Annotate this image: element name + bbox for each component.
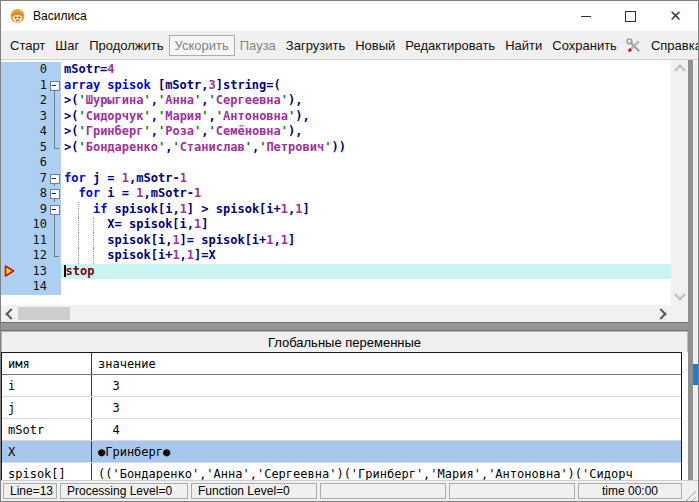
- panel-splitter[interactable]: [1, 322, 688, 331]
- editor-line[interactable]: 7for j = 1,mSotr-1: [1, 171, 671, 187]
- menu-item[interactable]: Новый: [350, 35, 400, 56]
- code-line[interactable]: stop: [61, 264, 671, 280]
- editor-lines: 0mSotr=41array spisok [mSotr,3]string=(2…: [1, 60, 671, 305]
- indent-guide: [78, 217, 79, 233]
- editor-line[interactable]: 2>('Шурыгина','Анна','Сергеевна'),: [1, 93, 671, 109]
- menu-item[interactable]: Старт: [5, 35, 50, 56]
- arrow-slot: [1, 62, 22, 78]
- indent-guide: [93, 233, 94, 249]
- scroll-up-button[interactable]: [671, 60, 688, 77]
- close-button[interactable]: ✕: [653, 1, 698, 31]
- menu-item[interactable]: Шаг: [50, 35, 84, 56]
- table-row[interactable]: X●Гринберг●: [2, 441, 681, 463]
- code-line[interactable]: X= spisok[i,1]: [61, 217, 671, 233]
- editor-line[interactable]: 0mSotr=4: [1, 62, 671, 78]
- line-number: 3: [22, 109, 47, 125]
- code-line[interactable]: spisok[i+1,1]=X: [61, 248, 671, 264]
- fold-toggle[interactable]: [48, 171, 62, 187]
- menu-item[interactable]: Сохранить: [547, 35, 622, 56]
- horizontal-scrollbar[interactable]: [1, 305, 671, 322]
- status-cell: Function Level=0: [191, 483, 317, 499]
- gutter: 3: [1, 109, 61, 125]
- code-line[interactable]: [61, 279, 671, 295]
- editor-line[interactable]: 4>('Гринберг','Роза','Семёновна'),: [1, 124, 671, 140]
- close-icon: ✕: [669, 9, 682, 24]
- panel-scroll-thumb[interactable]: [693, 364, 698, 385]
- editor-line[interactable]: 10 X= spisok[i,1]: [1, 217, 671, 233]
- table-row[interactable]: i 3: [2, 375, 681, 397]
- code-line[interactable]: for i = 1,mSotr-1: [61, 186, 671, 202]
- indent-guide: [93, 217, 94, 233]
- editor-line[interactable]: 8 for i = 1,mSotr-1: [1, 186, 671, 202]
- scroll-left-button[interactable]: [1, 305, 18, 322]
- fold-marker: [48, 264, 62, 280]
- arrow-slot: [1, 217, 22, 233]
- gutter: 11: [1, 233, 61, 249]
- code-line[interactable]: spisok[i,1]= spisok[i+1,1]: [61, 233, 671, 249]
- fold-marker: [48, 62, 62, 78]
- table-row[interactable]: mSotr 4: [2, 419, 681, 441]
- fold-toggle[interactable]: [48, 78, 62, 94]
- editor-line[interactable]: 14: [1, 279, 671, 295]
- variable-name: X: [2, 441, 92, 462]
- indent-guide: [93, 248, 94, 264]
- variables-panel-title: Глобальные переменные: [268, 335, 421, 350]
- window-controls: ✕: [563, 1, 698, 31]
- menu-item[interactable]: Найти: [500, 35, 547, 56]
- vertical-scroll-track[interactable]: [671, 77, 688, 288]
- editor-line[interactable]: 9 if spisok[i,1] > spisok[i+1,1]: [1, 202, 671, 218]
- arrow-slot: [1, 140, 22, 156]
- vertical-scrollbar[interactable]: [671, 60, 688, 322]
- menu-item[interactable]: Справка: [646, 35, 699, 56]
- variable-value: 4: [92, 419, 681, 440]
- variable-name: i: [2, 375, 92, 396]
- scroll-right-button[interactable]: [654, 305, 671, 322]
- code-line[interactable]: >('Сидорчук','Мария','Антоновна'),: [61, 109, 671, 125]
- table-row[interactable]: j 3: [2, 397, 681, 419]
- editor-line[interactable]: 6: [1, 155, 671, 171]
- code-line[interactable]: array spisok [mSotr,3]string=(: [61, 78, 671, 94]
- menu-item[interactable]: Редактировать: [400, 35, 500, 56]
- editor-line[interactable]: 11 spisok[i,1]= spisok[i+1,1]: [1, 233, 671, 249]
- code-editor[interactable]: 0mSotr=41array spisok [mSotr,3]string=(2…: [1, 60, 688, 322]
- column-header-name: имя: [2, 353, 92, 374]
- table-row[interactable]: spisok[](('Бондаренко','Анна','Сергеевна…: [2, 463, 681, 480]
- gutter: 10: [1, 217, 61, 233]
- editor-line[interactable]: 3>('Сидорчук','Мария','Антоновна'),: [1, 109, 671, 125]
- chevron-left-icon: [5, 308, 16, 319]
- resize-grip[interactable]: [685, 486, 696, 501]
- code-line[interactable]: if spisok[i,1] > spisok[i+1,1]: [61, 202, 671, 218]
- editor-line[interactable]: 13stop: [1, 264, 671, 280]
- tools-icon[interactable]: [622, 37, 646, 54]
- panel-thin-scrollbar[interactable]: [693, 60, 698, 480]
- variable-value: 3: [92, 375, 681, 396]
- line-number: 0: [22, 62, 47, 78]
- code-line[interactable]: >('Бондаренко','Станислав','Петрович')): [61, 140, 671, 156]
- menu-item[interactable]: Продолжить: [84, 35, 168, 56]
- scroll-down-button[interactable]: [671, 288, 688, 305]
- code-line[interactable]: for j = 1,mSotr-1: [61, 171, 671, 187]
- horizontal-scroll-thumb[interactable]: [18, 307, 70, 320]
- app-window: Василиса ✕ СтартШагПродолжитьУскоритьПау…: [0, 0, 699, 502]
- code-line[interactable]: >('Шурыгина','Анна','Сергеевна'),: [61, 93, 671, 109]
- code-line[interactable]: >('Гринберг','Роза','Семёновна'),: [61, 124, 671, 140]
- arrow-slot: [1, 279, 22, 295]
- menu-item[interactable]: Пауза: [235, 35, 281, 56]
- editor-line[interactable]: 1array spisok [mSotr,3]string=(: [1, 78, 671, 94]
- title-bar: Василиса ✕: [1, 1, 698, 31]
- minimize-button[interactable]: [563, 1, 608, 31]
- fold-toggle[interactable]: [48, 202, 62, 218]
- editor-line[interactable]: 5>('Бондаренко','Станислав','Петрович')): [1, 140, 671, 156]
- menu-item[interactable]: Загрузить: [281, 35, 350, 56]
- fold-toggle[interactable]: [48, 186, 62, 202]
- code-line[interactable]: mSotr=4: [61, 62, 671, 78]
- maximize-button[interactable]: [608, 1, 653, 31]
- code-line[interactable]: [61, 155, 671, 171]
- line-number: 6: [22, 155, 47, 171]
- line-number: 11: [22, 233, 47, 249]
- status-cell: Processing Level=0: [60, 483, 188, 499]
- indent-guide: [78, 248, 79, 264]
- editor-line[interactable]: 12 spisok[i+1,1]=X: [1, 248, 671, 264]
- menu-item[interactable]: Ускорить: [169, 35, 235, 56]
- arrow-slot: [1, 171, 22, 187]
